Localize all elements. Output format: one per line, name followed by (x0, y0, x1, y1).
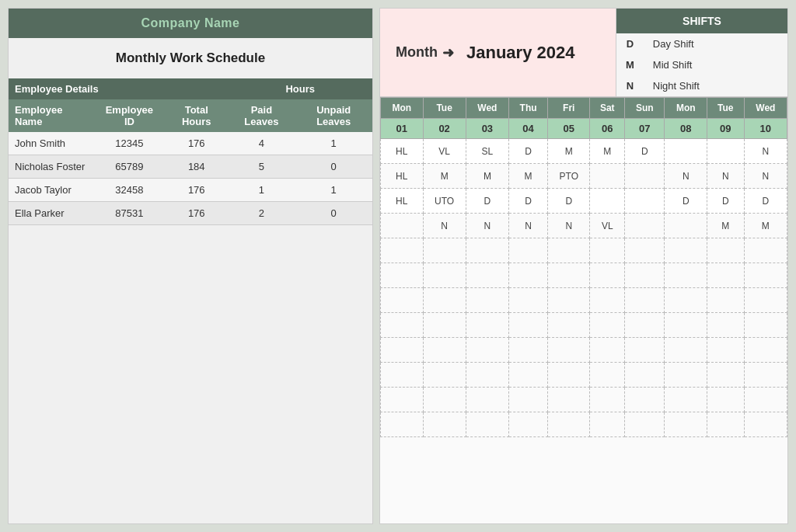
day-name-header: Mon (381, 98, 424, 119)
calendar-cell-empty (548, 388, 590, 412)
calendar-row-empty (381, 313, 787, 338)
calendar-row-empty (381, 238, 787, 263)
day-number-header: 06 (590, 119, 625, 139)
day-name-header: Tue (423, 98, 466, 119)
calendar-cell-empty (590, 363, 625, 388)
day-names-row: MonTueWedThuFriSatSunMonTueWed (381, 98, 787, 119)
calendar-row: HLVLSLDMMDN (381, 139, 787, 164)
shift-label: Mid Shift (644, 54, 787, 75)
day-name-header: Mon (665, 98, 707, 119)
cell-hours: 176 (165, 179, 229, 202)
calendar-cell-empty (509, 363, 548, 388)
calendar-cell-empty (744, 313, 787, 338)
calendar-cell (590, 189, 625, 214)
shift-label: Night Shift (644, 75, 787, 96)
col-hours: Hours (228, 78, 372, 99)
calendar-cell: SL (466, 139, 508, 164)
calendar-cell-empty (625, 313, 665, 338)
calendar-row-empty (381, 388, 787, 412)
calendar-cell: N (744, 139, 787, 164)
calendar-cell (665, 214, 707, 238)
shift-key: N (616, 75, 644, 96)
calendar-cell: M (744, 214, 787, 238)
cell-paid: 2 (228, 202, 295, 225)
month-value: January 2024 (466, 43, 574, 63)
calendar-cell-empty (707, 313, 744, 338)
calendar-table: MonTueWedThuFriSatSunMonTueWed 010203040… (380, 97, 787, 437)
calendar-row: NNNNVLMM (381, 214, 787, 238)
cell-hours: 176 (165, 132, 229, 155)
day-number-header: 01 (381, 119, 424, 139)
day-name-header: Sun (625, 98, 665, 119)
cell-unpaid: 0 (295, 202, 372, 225)
calendar-cell-empty (548, 238, 590, 263)
calendar-cell-empty (707, 263, 744, 288)
calendar-cell (625, 164, 665, 189)
calendar-cell (381, 214, 424, 238)
cell-name: Jacob Taylor (9, 179, 94, 202)
day-name-header: Thu (509, 98, 548, 119)
table-row: Nicholas Foster 65789 184 5 0 (9, 155, 372, 179)
calendar-cell-empty (423, 263, 466, 288)
calendar-cell-empty (548, 313, 590, 338)
cell-paid: 1 (228, 179, 295, 202)
calendar-row-empty (381, 338, 787, 363)
calendar-row-empty (381, 288, 787, 313)
calendar-cell: M (466, 164, 508, 189)
calendar-cell-empty (509, 412, 548, 437)
calendar-cell-empty (509, 388, 548, 412)
calendar-cell-empty (466, 412, 508, 437)
day-number-header: 07 (625, 119, 665, 139)
calendar-cell-empty (548, 263, 590, 288)
shifts-header: SHIFTS (616, 9, 787, 33)
day-number-header: 05 (548, 119, 590, 139)
calendar-cell: M (707, 214, 744, 238)
cell-paid: 4 (228, 132, 295, 155)
cell-unpaid: 1 (295, 132, 372, 155)
right-top: Month ➜ January 2024 SHIFTS D Day Shift … (380, 9, 787, 97)
shift-row: N Night Shift (616, 75, 787, 96)
calendar-cell-empty (548, 363, 590, 388)
calendar-cell-empty (744, 388, 787, 412)
cell-id: 87531 (94, 202, 165, 225)
calendar-cell-empty (548, 338, 590, 363)
calendar-cell-empty (590, 313, 625, 338)
shift-label: Day Shift (644, 33, 787, 54)
calendar-cell-empty (381, 412, 424, 437)
cell-unpaid: 0 (295, 155, 372, 179)
cell-id: 32458 (94, 179, 165, 202)
calendar-cell-empty (423, 338, 466, 363)
cell-id: 65789 (94, 155, 165, 179)
calendar-cell: HL (381, 139, 424, 164)
calendar-cell-empty (509, 313, 548, 338)
day-name-header: Wed (744, 98, 787, 119)
th-unpaid-leaves: Unpaid Leaves (295, 99, 372, 132)
month-section: Month ➜ January 2024 (380, 9, 616, 96)
calendar-cell-empty (665, 288, 707, 313)
calendar-cell: D (665, 189, 707, 214)
day-number-header: 03 (466, 119, 508, 139)
shifts-section: SHIFTS D Day Shift M Mid Shift N Night S… (616, 9, 787, 96)
calendar-cell-empty (707, 412, 744, 437)
calendar-cell-empty (381, 238, 424, 263)
calendar-row-empty (381, 263, 787, 288)
shift-key: M (616, 54, 644, 75)
calendar-cell: M (509, 164, 548, 189)
calendar-cell-empty (707, 288, 744, 313)
calendar-cell-empty (665, 238, 707, 263)
schedule-title: Monthly Work Schedule (9, 38, 372, 78)
calendar-cell-empty (744, 263, 787, 288)
calendar-cell-empty (744, 238, 787, 263)
month-label: Month ➜ (396, 44, 454, 61)
calendar-cell (590, 164, 625, 189)
calendar-cell-empty (423, 388, 466, 412)
right-panel: Month ➜ January 2024 SHIFTS D Day Shift … (379, 8, 788, 524)
calendar-cell: N (665, 164, 707, 189)
day-name-header: Wed (466, 98, 508, 119)
cell-name: John Smith (9, 132, 94, 155)
calendar-cell: N (707, 164, 744, 189)
calendar-cell: M (423, 164, 466, 189)
calendar-cell-empty (423, 313, 466, 338)
day-number-header: 04 (509, 119, 548, 139)
calendar-cell-empty (744, 288, 787, 313)
